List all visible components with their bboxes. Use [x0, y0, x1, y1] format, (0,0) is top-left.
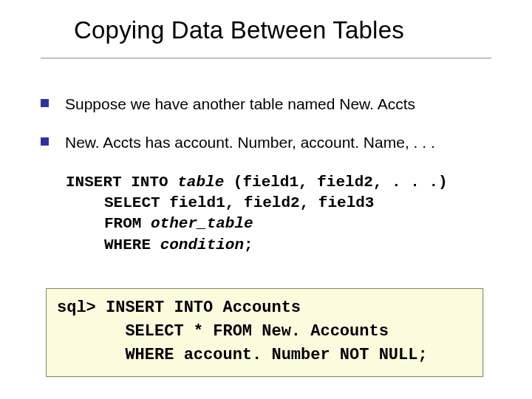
sql-example-box: sql> INSERT INTO Accounts SELECT * FROM … [46, 288, 483, 377]
slide-title: Copying Data Between Tables [74, 16, 488, 44]
title-underline [41, 58, 491, 58]
bullet-item: New. Accts has account. Number, account.… [41, 133, 491, 152]
code-line: WHERE condition; [66, 235, 491, 256]
code-text: ; [244, 236, 253, 253]
code-placeholder: condition [160, 236, 244, 253]
code-line: SELECT field1, field2, field3 [66, 193, 491, 214]
code-text: INSERT INTO [66, 174, 177, 191]
code-text: WHERE [104, 236, 160, 253]
bullet-text: Suppose we have another table named New.… [65, 95, 415, 114]
code-text: SELECT field1, field2, field3 [104, 194, 374, 211]
sql-syntax-block: INSERT INTO table (field1, field2, . . .… [66, 172, 491, 256]
bullet-square-icon [41, 137, 49, 146]
code-line: INSERT INTO table (field1, field2, . . .… [66, 172, 491, 193]
code-placeholder: table [177, 174, 224, 191]
bullet-square-icon [41, 99, 49, 107]
slide: Copying Data Between Tables Suppose we h… [0, 0, 532, 399]
code-text: FROM [104, 215, 151, 232]
bullet-item: Suppose we have another table named New.… [41, 95, 491, 114]
sql-line: sql> INSERT INTO Accounts [57, 296, 472, 320]
code-line: FROM other_table [66, 214, 491, 234]
sql-line: WHERE account. Number NOT NULL; [57, 344, 472, 367]
slide-body: Suppose we have another table named New.… [41, 95, 491, 256]
bullet-text: New. Accts has account. Number, account.… [65, 133, 435, 152]
code-text: (field1, field2, . . .) [224, 174, 447, 191]
code-placeholder: other_table [151, 215, 253, 232]
sql-line: SELECT * FROM New. Accounts [57, 320, 472, 344]
